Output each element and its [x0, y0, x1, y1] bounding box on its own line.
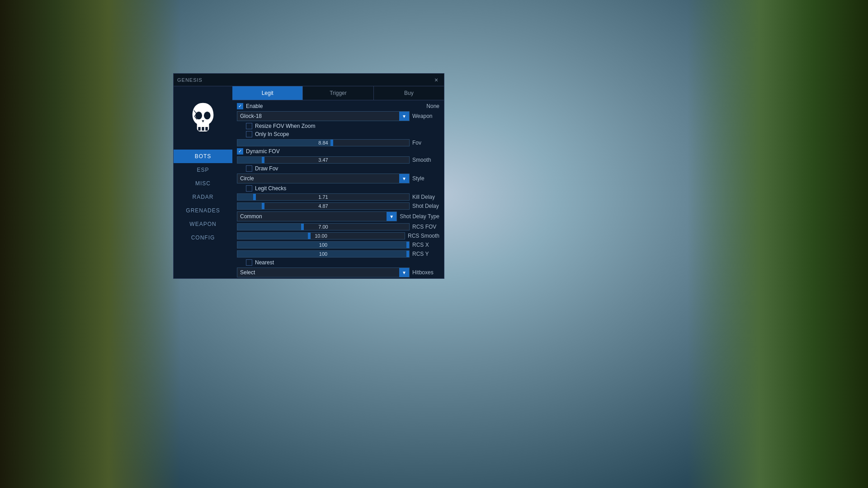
enable-label: Enable	[246, 103, 263, 109]
rcs-fov-label: RCS FOV	[412, 224, 439, 230]
rcs-smooth-slider-row: 10.00 RCS Smooth	[237, 232, 439, 239]
rcs-x-slider-row: 100 RCS X	[237, 241, 439, 249]
rcs-y-slider[interactable]: 100	[237, 250, 410, 258]
tab-legit[interactable]: Legit	[232, 86, 303, 100]
tab-buy[interactable]: Buy	[374, 86, 444, 100]
draw-fov-row: Draw Fov	[237, 165, 439, 172]
rcs-y-slider-row: 100 RCS Y	[237, 250, 439, 258]
sidebar-item-bots[interactable]: BOTS	[174, 150, 232, 163]
title-bar: GENESIS ×	[174, 74, 444, 86]
none-label: None	[426, 103, 439, 109]
rcs-smooth-slider[interactable]: 10.00	[237, 232, 405, 239]
weapon-value: Glock-18	[237, 113, 399, 119]
rcs-smooth-label: RCS Smooth	[408, 233, 439, 239]
rcs-y-value: 100	[319, 251, 327, 257]
resize-fov-label: Resize FOV When Zoom	[255, 123, 315, 129]
settings-panel: Enable None Glock-18 ▼ Weapon Resize FOV…	[232, 100, 444, 278]
window-title: GENESIS	[177, 77, 203, 83]
enable-row: Enable None	[237, 103, 439, 109]
shot-delay-type-dropdown[interactable]: Common ▼	[237, 211, 397, 221]
dynamic-fov-label: Dynamic FOV	[246, 148, 280, 155]
shot-delay-slider[interactable]: 4.87	[237, 202, 410, 210]
nearest-label: Nearest	[255, 259, 274, 266]
tab-trigger[interactable]: Trigger	[303, 86, 373, 100]
legit-checks-label: Legit Checks	[255, 185, 286, 192]
kill-delay-value: 1.71	[318, 194, 328, 200]
nearest-checkbox[interactable]	[246, 259, 252, 266]
hitboxes-label: Hitboxes	[412, 269, 439, 276]
close-button[interactable]: ×	[432, 76, 440, 84]
style-row: Circle ▼ Style	[237, 174, 439, 183]
kill-delay-label: Kill Delay	[412, 194, 439, 200]
shot-delay-value: 4.87	[318, 203, 328, 209]
kill-delay-slider[interactable]: 1.71	[237, 193, 410, 201]
shot-delay-type-arrow: ▼	[387, 212, 396, 221]
fov-slider-row: 8.84 Fov	[237, 139, 439, 146]
style-dropdown-arrow: ▼	[399, 174, 409, 183]
logo-area	[180, 91, 226, 145]
svg-rect-4	[205, 127, 208, 131]
smooth-value: 3.47	[318, 157, 328, 163]
draw-fov-label: Draw Fov	[255, 165, 278, 172]
sidebar-item-config[interactable]: CONFIG	[174, 231, 232, 244]
sidebar-item-esp[interactable]: ESP	[174, 163, 232, 177]
shot-delay-type-row: Common ▼ Shot Delay Type	[237, 211, 439, 221]
sidebar-item-radar[interactable]: RADAR	[174, 190, 232, 204]
rcs-x-label: RCS X	[412, 242, 439, 248]
hitboxes-row: Select ▼ Hitboxes	[237, 267, 439, 277]
fov-slider[interactable]: 8.84	[237, 139, 410, 146]
only-in-scope-checkbox[interactable]	[246, 131, 252, 137]
sidebar-item-misc[interactable]: MISC	[174, 177, 232, 190]
rcs-y-label: RCS Y	[412, 251, 439, 257]
skull-logo	[185, 100, 221, 136]
sidebar-item-weapon[interactable]: WEAPON	[174, 217, 232, 231]
main-dialog: GENESIS ×	[173, 73, 444, 279]
only-in-scope-row: Only In Scope	[237, 131, 439, 137]
svg-rect-2	[198, 127, 200, 131]
smooth-slider-row: 3.47 Smooth	[237, 156, 439, 164]
resize-fov-row: Resize FOV When Zoom	[237, 123, 439, 129]
legit-checks-checkbox[interactable]	[246, 185, 252, 192]
enable-checkbox-row: Enable	[237, 103, 263, 109]
nav-items: BOTS ESP MISC RADAR GRENADES WEAPON CONF…	[174, 150, 232, 244]
tab-bar: Legit Trigger Buy	[232, 86, 444, 100]
rcs-fov-slider[interactable]: 7.00	[237, 223, 410, 230]
sidebar: BOTS ESP MISC RADAR GRENADES WEAPON CONF…	[174, 86, 232, 278]
svg-point-1	[204, 112, 211, 119]
shot-delay-label: Shot Delay	[412, 203, 439, 209]
resize-fov-checkbox[interactable]	[246, 123, 252, 129]
weapon-dropdown-arrow: ▼	[399, 112, 409, 121]
rcs-smooth-value: 10.00	[315, 233, 327, 239]
kill-delay-slider-row: 1.71 Kill Delay	[237, 193, 439, 201]
dialog-body: BOTS ESP MISC RADAR GRENADES WEAPON CONF…	[174, 86, 444, 278]
hitboxes-dropdown[interactable]: Select ▼	[237, 267, 410, 277]
dynamic-fov-checkbox[interactable]	[237, 148, 243, 155]
shot-delay-slider-row: 4.87 Shot Delay	[237, 202, 439, 210]
shot-delay-type-value: Common	[237, 213, 387, 220]
rcs-x-slider[interactable]: 100	[237, 241, 410, 249]
shot-delay-type-label: Shot Delay Type	[400, 213, 439, 220]
weapon-dropdown[interactable]: Glock-18 ▼	[237, 111, 410, 121]
weapon-row: Glock-18 ▼ Weapon	[237, 111, 439, 121]
dynamic-fov-row: Dynamic FOV	[237, 148, 439, 155]
only-in-scope-label: Only In Scope	[255, 131, 289, 137]
legit-checks-row: Legit Checks	[237, 185, 439, 192]
smooth-slider[interactable]: 3.47	[237, 156, 410, 164]
style-label: Style	[412, 175, 439, 182]
sidebar-item-grenades[interactable]: GRENADES	[174, 204, 232, 217]
hitboxes-value: Select	[237, 269, 399, 276]
enable-checkbox[interactable]	[237, 103, 243, 109]
style-value: Circle	[237, 175, 399, 182]
style-dropdown[interactable]: Circle ▼	[237, 174, 410, 183]
rcs-fov-slider-row: 7.00 RCS FOV	[237, 223, 439, 230]
rcs-x-value: 100	[319, 242, 327, 248]
nearest-row: Nearest	[237, 259, 439, 266]
main-content: Legit Trigger Buy Enable None Glock	[232, 86, 444, 278]
draw-fov-checkbox[interactable]	[246, 165, 252, 172]
weapon-label: Weapon	[412, 113, 439, 119]
fov-label: Fov	[412, 140, 439, 146]
smooth-label: Smooth	[412, 157, 439, 163]
fov-value: 8.84	[318, 140, 328, 145]
hitboxes-dropdown-arrow: ▼	[399, 268, 409, 277]
svg-point-0	[195, 112, 202, 119]
